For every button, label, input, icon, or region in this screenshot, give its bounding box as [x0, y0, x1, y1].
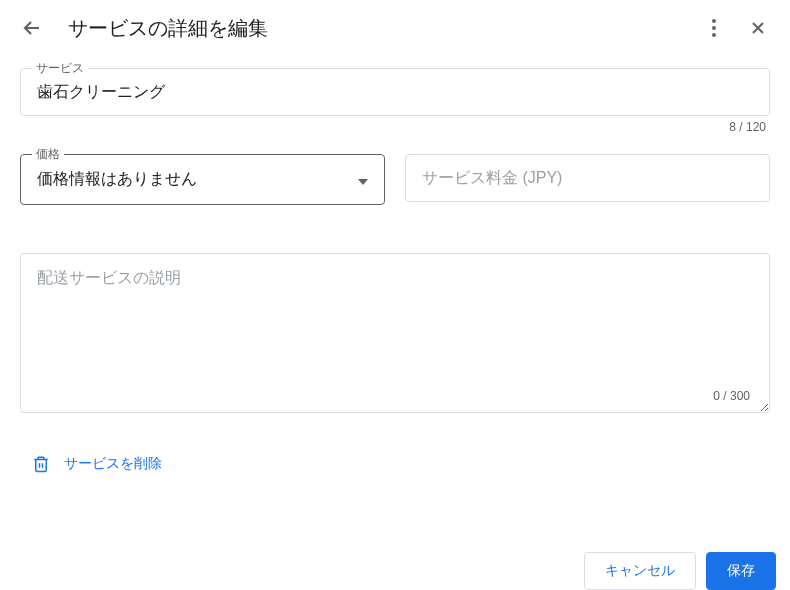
service-label: サービス: [32, 60, 88, 77]
price-label: 価格: [32, 146, 64, 163]
cancel-button[interactable]: キャンセル: [584, 552, 696, 590]
close-button[interactable]: [746, 16, 770, 40]
dialog-content: サービス 8 / 120 価格 価格情報はありません 0 / 300 サービスを…: [0, 56, 790, 493]
price-row: 価格 価格情報はありません: [20, 154, 770, 205]
svg-point-2: [712, 33, 716, 37]
close-icon: [748, 18, 768, 38]
header-actions: [702, 16, 770, 40]
more-button[interactable]: [702, 16, 726, 40]
fee-field: [405, 154, 770, 205]
trash-icon: [32, 455, 50, 473]
more-vert-icon: [702, 16, 726, 40]
price-selected-value: 価格情報はありません: [37, 169, 197, 190]
svg-point-0: [712, 19, 716, 23]
svg-point-1: [712, 26, 716, 30]
dialog-header: サービスの詳細を編集: [0, 0, 790, 56]
description-textarea[interactable]: [20, 253, 770, 413]
back-button[interactable]: [20, 16, 44, 40]
delete-service-button[interactable]: サービスを削除: [20, 447, 770, 481]
dropdown-icon: [358, 171, 368, 189]
service-counter: 8 / 120: [20, 120, 770, 134]
price-field: 価格 価格情報はありません: [20, 154, 385, 205]
arrow-left-icon: [20, 16, 44, 40]
service-field: サービス: [20, 68, 770, 116]
price-select[interactable]: 価格情報はありません: [20, 154, 385, 205]
service-fee-input[interactable]: [405, 154, 770, 202]
description-field: 0 / 300: [20, 253, 770, 417]
save-button[interactable]: 保存: [706, 552, 776, 590]
service-name-input[interactable]: [20, 68, 770, 116]
description-counter: 0 / 300: [713, 389, 750, 403]
dialog-title: サービスの詳細を編集: [68, 15, 702, 42]
dialog-footer: キャンセル 保存: [584, 552, 790, 590]
delete-label: サービスを削除: [64, 455, 162, 473]
